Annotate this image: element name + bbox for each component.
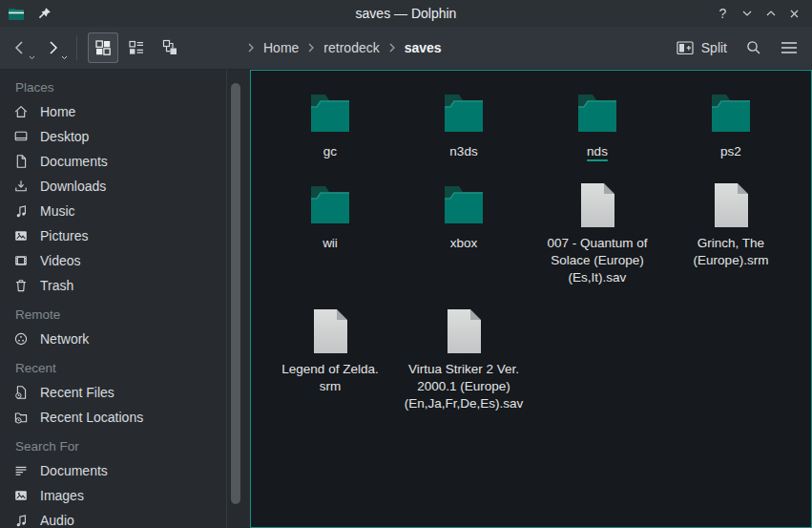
grid-item-gc[interactable]: gc	[263, 90, 397, 181]
grid-item-nds[interactable]: nds	[531, 90, 664, 181]
sidebar-item-search-images[interactable]: Images	[0, 483, 250, 508]
breadcrumb-item-retrodeck[interactable]: retrodeck	[323, 40, 379, 55]
item-label: wii	[323, 235, 338, 252]
breadcrumb-item-home[interactable]: Home	[263, 40, 299, 55]
sidebar-item-label: Network	[40, 331, 89, 347]
breadcrumb-separator-icon	[388, 42, 396, 53]
sidebar-item-videos[interactable]: Videos	[0, 248, 250, 273]
grid-item-n3ds[interactable]: n3ds	[397, 90, 531, 181]
recent-locations-icon	[13, 410, 29, 425]
hamburger-icon	[781, 41, 798, 54]
split-button-label: Split	[701, 40, 727, 55]
back-dropdown-caret-icon	[29, 55, 35, 60]
search-button[interactable]	[745, 39, 762, 56]
chevron-up-icon	[764, 7, 778, 20]
sidebar-section-places: Places Home Desktop Documents Downloads …	[0, 76, 250, 298]
sidebar-item-home[interactable]: Home	[0, 99, 250, 124]
sidebar-item-label: Images	[40, 488, 84, 503]
section-header-places: Places	[0, 76, 250, 99]
grid-item-legend-of-zelda[interactable]: Legend of Zelda. srm	[263, 307, 397, 433]
icon-grid: gc n3ds nds ps2 wii xbox	[263, 90, 811, 433]
sidebar-item-label: Music	[40, 203, 75, 219]
close-button[interactable]	[786, 4, 802, 23]
pin-icon[interactable]	[37, 7, 52, 21]
view-mode-icons-button[interactable]	[88, 32, 118, 63]
menu-button[interactable]	[781, 41, 798, 54]
breadcrumb-item-saves[interactable]: saves	[405, 40, 442, 55]
window-title: saves — Dolphin	[0, 6, 812, 21]
grid-item-007-quantum-of-solace[interactable]: 007 - Quantum of Solace (Europe) (Es,It)…	[531, 181, 664, 307]
sidebar-item-desktop[interactable]: Desktop	[0, 124, 250, 149]
forward-button[interactable]	[40, 34, 65, 61]
sidebar-item-music[interactable]: Music	[0, 199, 250, 223]
downloads-icon	[13, 179, 29, 194]
item-label: n3ds	[449, 143, 477, 160]
item-label: xbox	[450, 235, 478, 252]
desktop-icon	[13, 129, 29, 144]
sidebar-item-label: Recent Files	[40, 385, 115, 400]
app-icon[interactable]	[8, 7, 25, 21]
sidebar-item-label: Recent Locations	[40, 410, 143, 425]
breadcrumb-separator-icon	[307, 42, 315, 53]
audio-icon	[13, 513, 29, 528]
folder-icon	[307, 92, 353, 136]
sidebar-item-search-documents[interactable]: Documents	[0, 458, 250, 483]
section-header-recent: Recent	[0, 357, 250, 380]
sidebar-item-documents[interactable]: Documents	[0, 149, 250, 174]
sidebar-item-recent-locations[interactable]: Recent Locations	[0, 405, 250, 430]
file-icon	[711, 182, 752, 228]
places-panel: Places Home Desktop Documents Downloads …	[0, 70, 250, 528]
sidebar-item-downloads[interactable]: Downloads	[0, 174, 250, 199]
minimize-button[interactable]	[739, 4, 755, 23]
tree-view-icon	[160, 38, 179, 57]
sidebar-item-label: Documents	[40, 154, 108, 169]
sidebar-item-search-audio[interactable]: Audio	[0, 508, 250, 528]
view-mode-tree-button[interactable]	[155, 32, 185, 63]
sidebar-item-label: Downloads	[40, 179, 106, 194]
folder-icon	[441, 92, 487, 136]
item-label: Legend of Zelda. srm	[281, 361, 378, 395]
sidebar-item-pictures[interactable]: Pictures	[0, 223, 250, 248]
images-icon	[13, 488, 29, 503]
sidebar-item-network[interactable]: Network	[0, 327, 250, 351]
item-label: Grinch, The (Europe).srm	[694, 235, 769, 269]
item-label: gc	[323, 143, 337, 160]
grid-item-grinch-the[interactable]: Grinch, The (Europe).srm	[664, 181, 798, 307]
documents-icon	[13, 154, 29, 169]
back-icon	[11, 39, 29, 56]
sidebar-item-recent-files[interactable]: Recent Files	[0, 380, 250, 405]
sidebar-item-label: Audio	[40, 513, 74, 528]
help-button[interactable]: ?	[715, 4, 731, 23]
item-label: nds	[587, 143, 608, 160]
forward-dropdown-caret-icon	[61, 55, 68, 60]
folder-icon	[441, 183, 487, 227]
toolbar: Home retrodeck saves Split	[0, 27, 812, 70]
split-view-icon	[677, 41, 694, 55]
home-icon	[13, 104, 29, 119]
folder-icon	[708, 92, 754, 136]
close-icon	[788, 8, 801, 20]
sidebar-item-trash[interactable]: Trash	[0, 273, 250, 298]
sidebar-item-label: Documents	[40, 463, 108, 478]
videos-icon	[13, 253, 29, 268]
split-button[interactable]: Split	[677, 40, 727, 55]
maximize-button[interactable]	[762, 4, 779, 23]
view-mode-details-button[interactable]	[121, 32, 152, 63]
grid-item-wii[interactable]: wii	[263, 181, 397, 307]
back-button[interactable]	[8, 34, 32, 61]
sidebar-item-label: Pictures	[40, 228, 89, 243]
grid-item-xbox[interactable]: xbox	[397, 181, 531, 307]
grid-item-ps2[interactable]: ps2	[664, 90, 798, 181]
window-body: Places Home Desktop Documents Downloads …	[0, 70, 812, 528]
file-icon	[444, 308, 485, 354]
sidebar-section-recent: Recent Recent Files Recent Locations	[0, 357, 250, 430]
folder-view[interactable]: gc n3ds nds ps2 wii xbox	[250, 70, 812, 528]
sidebar-scrollbar-thumb[interactable]	[231, 83, 240, 504]
document-lines-icon	[13, 463, 29, 478]
forward-icon	[44, 39, 61, 56]
folder-icon	[307, 183, 353, 227]
pictures-icon	[13, 228, 29, 243]
search-icon	[745, 39, 762, 56]
trash-icon	[13, 278, 29, 293]
grid-item-virtua-striker-2[interactable]: Virtua Striker 2 Ver. 2000.1 (Europe) (E…	[397, 307, 531, 433]
